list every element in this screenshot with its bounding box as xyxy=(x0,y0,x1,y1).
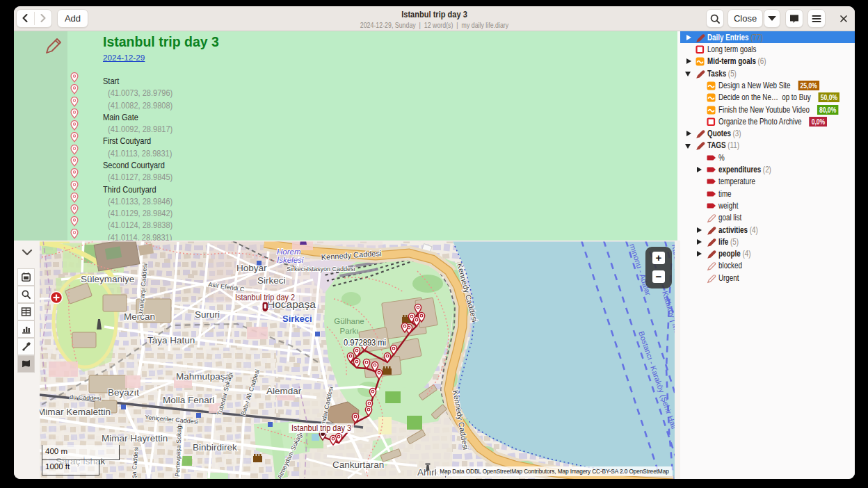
svg-text:Istanbul trip day 3: Istanbul trip day 3 xyxy=(291,423,351,433)
svg-text:Mimar Hayrettin: Mimar Hayrettin xyxy=(102,433,168,444)
svg-text:Taya Hatun: Taya Hatun xyxy=(147,335,195,345)
svg-text:Molla Fenari: Molla Fenari xyxy=(163,395,214,405)
svg-text:Hobyar: Hobyar xyxy=(236,263,267,273)
svg-text:0.972893 mi: 0.972893 mi xyxy=(344,338,386,348)
svg-text:Binbirdirek: Binbirdirek xyxy=(193,442,237,453)
svg-text:Parkı: Parkı xyxy=(340,327,359,335)
svg-text:Mimar Kemalettin: Mimar Kemalettin xyxy=(40,407,111,417)
svg-text:Süleymaniye: Süleymaniye xyxy=(81,274,134,284)
svg-text:Sururi: Sururi xyxy=(195,309,220,320)
svg-text:Sirkeci: Sirkeci xyxy=(257,275,286,286)
svg-text:Sirkeci: Sirkeci xyxy=(282,314,312,324)
svg-text:Gülhane: Gülhane xyxy=(334,317,364,325)
svg-text:Mahmutpaşa: Mahmutpaşa xyxy=(176,371,231,382)
svg-text:Alemdar: Alemdar xyxy=(266,386,302,396)
svg-text:Horem: Horem xyxy=(277,247,301,256)
svg-text:Cankurtaran: Cankurtaran xyxy=(332,459,384,470)
svg-text:Istanbul trip day 2: Istanbul trip day 2 xyxy=(235,293,295,302)
svg-text:Beyazıt: Beyazıt xyxy=(108,387,139,398)
svg-text:İskelesi: İskelesi xyxy=(277,256,304,264)
svg-text:Sirkeci İstasyon Caddesi: Sirkeci İstasyon Caddesi xyxy=(287,266,355,273)
